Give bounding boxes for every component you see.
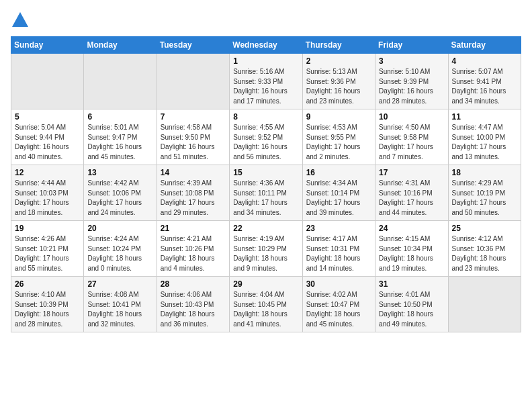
day-number: 15	[233, 168, 298, 177]
day-number: 19	[15, 224, 80, 233]
calendar-cell: 14Sunrise: 4:39 AM Sunset: 10:08 PM Dayl…	[157, 165, 229, 221]
calendar-cell: 2Sunrise: 5:13 AM Sunset: 9:36 PM Daylig…	[302, 54, 375, 109]
day-number: 5	[15, 112, 80, 122]
page-header	[11, 11, 521, 30]
calendar-cell: 29Sunrise: 4:04 AM Sunset: 10:45 PM Dayl…	[230, 277, 302, 332]
day-info: Sunrise: 5:16 AM Sunset: 9:33 PM Dayligh…	[233, 67, 298, 106]
day-info: Sunrise: 4:01 AM Sunset: 10:50 PM Daylig…	[379, 290, 444, 329]
day-info: Sunrise: 4:21 AM Sunset: 10:26 PM Daylig…	[161, 234, 226, 273]
calendar-cell: 27Sunrise: 4:08 AM Sunset: 10:41 PM Dayl…	[84, 277, 157, 332]
calendar-week-3: 12Sunrise: 4:44 AM Sunset: 10:03 PM Dayl…	[11, 165, 521, 221]
calendar-cell: 6Sunrise: 5:01 AM Sunset: 9:47 PM Daylig…	[84, 109, 157, 165]
calendar-cell: 7Sunrise: 4:58 AM Sunset: 9:50 PM Daylig…	[157, 109, 229, 165]
calendar-cell	[84, 54, 157, 109]
day-info: Sunrise: 4:12 AM Sunset: 10:36 PM Daylig…	[452, 234, 517, 273]
day-number: 24	[379, 224, 444, 233]
day-number: 29	[233, 279, 298, 289]
calendar-week-2: 5Sunrise: 5:04 AM Sunset: 9:44 PM Daylig…	[11, 109, 521, 165]
calendar-cell	[11, 54, 84, 109]
calendar-cell: 1Sunrise: 5:16 AM Sunset: 9:33 PM Daylig…	[230, 54, 302, 109]
calendar-cell: 20Sunrise: 4:24 AM Sunset: 10:24 PM Dayl…	[84, 221, 157, 277]
day-number: 16	[306, 168, 371, 177]
calendar-header: SundayMondayTuesdayWednesdayThursdayFrid…	[11, 37, 521, 54]
calendar-cell: 25Sunrise: 4:12 AM Sunset: 10:36 PM Dayl…	[448, 221, 521, 277]
day-number: 18	[452, 168, 517, 177]
calendar-cell	[448, 277, 521, 332]
col-header-wednesday: Wednesday	[230, 37, 302, 54]
day-info: Sunrise: 4:17 AM Sunset: 10:31 PM Daylig…	[306, 234, 371, 273]
calendar-table: SundayMondayTuesdayWednesdayThursdayFrid…	[11, 36, 521, 332]
calendar-week-5: 26Sunrise: 4:10 AM Sunset: 10:39 PM Dayl…	[11, 277, 521, 332]
col-header-saturday: Saturday	[448, 37, 521, 54]
day-number: 2	[306, 56, 371, 66]
day-info: Sunrise: 4:26 AM Sunset: 10:21 PM Daylig…	[15, 234, 80, 273]
calendar-cell: 10Sunrise: 4:50 AM Sunset: 9:58 PM Dayli…	[375, 109, 448, 165]
day-info: Sunrise: 4:15 AM Sunset: 10:34 PM Daylig…	[379, 234, 444, 273]
calendar-cell: 21Sunrise: 4:21 AM Sunset: 10:26 PM Dayl…	[157, 221, 229, 277]
day-info: Sunrise: 4:08 AM Sunset: 10:41 PM Daylig…	[87, 290, 152, 329]
day-info: Sunrise: 4:24 AM Sunset: 10:24 PM Daylig…	[87, 234, 152, 273]
calendar-cell: 4Sunrise: 5:07 AM Sunset: 9:41 PM Daylig…	[448, 54, 521, 109]
day-number: 31	[379, 279, 444, 289]
day-number: 30	[306, 279, 371, 289]
calendar-cell: 3Sunrise: 5:10 AM Sunset: 9:39 PM Daylig…	[375, 54, 448, 109]
calendar-cell: 5Sunrise: 5:04 AM Sunset: 9:44 PM Daylig…	[11, 109, 84, 165]
calendar-cell: 17Sunrise: 4:31 AM Sunset: 10:16 PM Dayl…	[375, 165, 448, 221]
day-info: Sunrise: 4:58 AM Sunset: 9:50 PM Dayligh…	[161, 123, 226, 162]
day-info: Sunrise: 4:47 AM Sunset: 10:00 PM Daylig…	[452, 123, 517, 162]
svg-marker-0	[12, 12, 28, 27]
calendar-cell: 11Sunrise: 4:47 AM Sunset: 10:00 PM Dayl…	[448, 109, 521, 165]
day-info: Sunrise: 4:10 AM Sunset: 10:39 PM Daylig…	[15, 290, 80, 329]
calendar-week-4: 19Sunrise: 4:26 AM Sunset: 10:21 PM Dayl…	[11, 221, 521, 277]
calendar-cell: 16Sunrise: 4:34 AM Sunset: 10:14 PM Dayl…	[302, 165, 375, 221]
day-info: Sunrise: 4:02 AM Sunset: 10:47 PM Daylig…	[306, 290, 371, 329]
day-number: 27	[87, 279, 152, 289]
calendar-cell: 23Sunrise: 4:17 AM Sunset: 10:31 PM Dayl…	[302, 221, 375, 277]
day-info: Sunrise: 4:19 AM Sunset: 10:29 PM Daylig…	[233, 234, 298, 273]
day-info: Sunrise: 4:04 AM Sunset: 10:45 PM Daylig…	[233, 290, 298, 329]
logo-icon	[11, 11, 30, 30]
calendar-cell: 9Sunrise: 4:53 AM Sunset: 9:55 PM Daylig…	[302, 109, 375, 165]
calendar-cell: 8Sunrise: 4:55 AM Sunset: 9:52 PM Daylig…	[230, 109, 302, 165]
col-header-sunday: Sunday	[11, 37, 84, 54]
day-info: Sunrise: 4:31 AM Sunset: 10:16 PM Daylig…	[379, 179, 444, 218]
day-info: Sunrise: 4:42 AM Sunset: 10:06 PM Daylig…	[87, 179, 152, 218]
calendar-cell: 22Sunrise: 4:19 AM Sunset: 10:29 PM Dayl…	[230, 221, 302, 277]
day-number: 4	[452, 56, 517, 66]
day-info: Sunrise: 4:39 AM Sunset: 10:08 PM Daylig…	[161, 179, 226, 218]
day-number: 26	[15, 279, 80, 289]
calendar-cell: 15Sunrise: 4:36 AM Sunset: 10:11 PM Dayl…	[230, 165, 302, 221]
day-info: Sunrise: 5:10 AM Sunset: 9:39 PM Dayligh…	[379, 67, 444, 106]
day-number: 17	[379, 168, 444, 177]
day-number: 3	[379, 56, 444, 66]
calendar-cell: 12Sunrise: 4:44 AM Sunset: 10:03 PM Dayl…	[11, 165, 84, 221]
day-number: 25	[452, 224, 517, 233]
day-info: Sunrise: 4:55 AM Sunset: 9:52 PM Dayligh…	[233, 123, 298, 162]
day-number: 21	[161, 224, 226, 233]
day-number: 6	[87, 112, 152, 122]
day-number: 11	[452, 112, 517, 122]
calendar-cell: 18Sunrise: 4:29 AM Sunset: 10:19 PM Dayl…	[448, 165, 521, 221]
day-info: Sunrise: 4:36 AM Sunset: 10:11 PM Daylig…	[233, 179, 298, 218]
calendar-week-1: 1Sunrise: 5:16 AM Sunset: 9:33 PM Daylig…	[11, 54, 521, 109]
col-header-tuesday: Tuesday	[157, 37, 229, 54]
calendar-cell: 13Sunrise: 4:42 AM Sunset: 10:06 PM Dayl…	[84, 165, 157, 221]
calendar-cell: 31Sunrise: 4:01 AM Sunset: 10:50 PM Dayl…	[375, 277, 448, 332]
day-number: 8	[233, 112, 298, 122]
calendar-cell: 30Sunrise: 4:02 AM Sunset: 10:47 PM Dayl…	[302, 277, 375, 332]
day-number: 20	[87, 224, 152, 233]
calendar-cell: 24Sunrise: 4:15 AM Sunset: 10:34 PM Dayl…	[375, 221, 448, 277]
day-info: Sunrise: 4:50 AM Sunset: 9:58 PM Dayligh…	[379, 123, 444, 162]
day-info: Sunrise: 4:53 AM Sunset: 9:55 PM Dayligh…	[306, 123, 371, 162]
day-number: 9	[306, 112, 371, 122]
day-info: Sunrise: 4:29 AM Sunset: 10:19 PM Daylig…	[452, 179, 517, 218]
calendar-cell: 19Sunrise: 4:26 AM Sunset: 10:21 PM Dayl…	[11, 221, 84, 277]
col-header-friday: Friday	[375, 37, 448, 54]
day-number: 1	[233, 56, 298, 66]
day-info: Sunrise: 5:01 AM Sunset: 9:47 PM Dayligh…	[87, 123, 152, 162]
day-number: 13	[87, 168, 152, 177]
day-info: Sunrise: 4:44 AM Sunset: 10:03 PM Daylig…	[15, 179, 80, 218]
day-info: Sunrise: 5:13 AM Sunset: 9:36 PM Dayligh…	[306, 67, 371, 106]
logo	[11, 11, 32, 30]
day-number: 28	[161, 279, 226, 289]
